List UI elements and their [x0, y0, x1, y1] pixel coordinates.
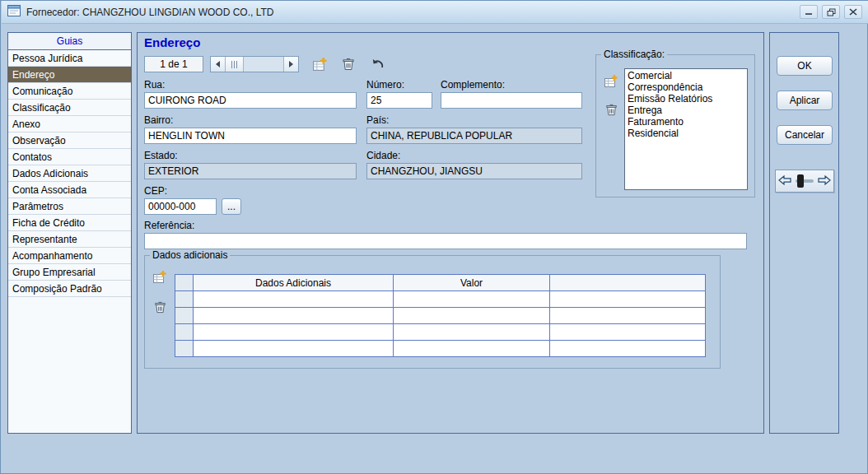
- classificacao-item-entrega[interactable]: Entrega: [625, 105, 747, 116]
- sidebar-header: Guias: [8, 33, 131, 50]
- right-arrow-icon: [289, 61, 293, 67]
- rua-input[interactable]: [144, 92, 357, 109]
- close-button[interactable]: [844, 5, 862, 19]
- record-position: 1 de 1: [144, 56, 203, 72]
- sidebar-item-ficha-de-credito[interactable]: Ficha de Crédito: [8, 215, 131, 231]
- cep-browse-button[interactable]: ...: [222, 198, 241, 215]
- table-header-row: Dados Adicionais Valor: [175, 275, 706, 291]
- cep-input[interactable]: [144, 198, 217, 215]
- table-row[interactable]: [175, 324, 706, 341]
- sidebar-item-parametros[interactable]: Parâmetros: [8, 198, 131, 215]
- undo-icon[interactable]: [369, 55, 387, 73]
- row-selector-cell[interactable]: [175, 341, 194, 357]
- dados-adicionais-cell[interactable]: [194, 308, 394, 324]
- complemento-input[interactable]: [441, 92, 582, 109]
- record-slider-track[interactable]: [796, 179, 814, 183]
- numero-input[interactable]: [366, 92, 432, 109]
- minimize-button[interactable]: [800, 5, 818, 19]
- classificacao-item-comercial[interactable]: Comercial: [625, 70, 747, 81]
- valor-cell[interactable]: [394, 308, 550, 324]
- titlebar[interactable]: Fornecedor: CHANGZHOU LINGDIAN WOOD CO.,…: [2, 1, 868, 24]
- dados-adicionais-cell[interactable]: [194, 291, 394, 308]
- add-dados-adicionais-icon[interactable]: [152, 269, 168, 286]
- referencia-input[interactable]: [144, 233, 747, 249]
- column-header-valor: Valor: [394, 275, 550, 291]
- restore-icon: [827, 8, 836, 16]
- sidebar-item-observacao[interactable]: Observação: [8, 132, 131, 149]
- sidebar-item-pessoa-juridica[interactable]: Pessoa Jurídica: [8, 50, 131, 67]
- record-slider-control[interactable]: [775, 170, 834, 193]
- classificacao-item-correspondencia[interactable]: Correspondência: [625, 81, 747, 93]
- delete-classificacao-icon[interactable]: [603, 101, 619, 118]
- classificacao-group: Classificação: ComercialCorrespondênciaE…: [595, 54, 755, 198]
- page-title: Endereço: [144, 35, 200, 49]
- record-scrollbar[interactable]: [210, 56, 299, 72]
- dados-adicionais-group: Dados adicionais Dados Adicionais Valor: [144, 255, 721, 369]
- valor-cell[interactable]: [394, 291, 550, 308]
- sidebar: Guias Pessoa JurídicaEndereçoComunicação…: [7, 32, 132, 434]
- valor-cell[interactable]: [394, 324, 550, 341]
- extra-cell[interactable]: [550, 341, 706, 357]
- extra-cell[interactable]: [550, 291, 706, 308]
- valor-cell[interactable]: [394, 341, 550, 357]
- first-record-arrow-icon[interactable]: [778, 174, 791, 188]
- estado-input: [144, 163, 357, 179]
- add-classificacao-icon[interactable]: [603, 73, 619, 90]
- sidebar-item-conta-associada[interactable]: Conta Associada: [8, 182, 131, 198]
- sidebar-item-endereco[interactable]: Endereço: [8, 67, 131, 83]
- restore-button[interactable]: [822, 5, 840, 19]
- cancelar-button[interactable]: Cancelar: [777, 125, 833, 145]
- sidebar-item-classificacao[interactable]: Classificação: [8, 100, 131, 116]
- sidebar-item-acompanhamento[interactable]: Acompanhamento: [8, 248, 131, 264]
- sidebar-item-composicao-padrao[interactable]: Composição Padrão: [8, 281, 131, 297]
- main-panel: Endereço 1 de 1 Rua: Número: Complemento…: [137, 32, 764, 434]
- delete-record-icon[interactable]: [339, 55, 357, 73]
- classificacao-item-residencial[interactable]: Residencial: [625, 128, 747, 139]
- row-selector-cell[interactable]: [175, 291, 194, 308]
- extra-cell[interactable]: [550, 324, 706, 341]
- grip-lines: [231, 61, 232, 68]
- prev-record-button[interactable]: [211, 57, 226, 72]
- classificacao-item-faturamento[interactable]: Faturamento: [625, 116, 747, 128]
- bairro-label: Bairro:: [144, 114, 173, 126]
- cidade-label: Cidade:: [366, 150, 400, 161]
- cidade-input: [366, 163, 582, 179]
- dados-adicionais-cell[interactable]: [194, 341, 394, 357]
- dados-adicionais-table: Dados Adicionais Valor: [175, 274, 706, 357]
- classificacao-listbox[interactable]: ComercialCorrespondênciaEmissão Relatóri…: [624, 68, 748, 190]
- rua-label: Rua:: [144, 79, 165, 91]
- sidebar-item-grupo-empresarial[interactable]: Grupo Empresarial: [8, 264, 131, 281]
- scrollbar-track[interactable]: [244, 57, 283, 72]
- dados-adicionais-table-body: [175, 291, 706, 357]
- last-record-arrow-icon[interactable]: [818, 174, 831, 188]
- ok-button[interactable]: OK: [777, 56, 833, 76]
- bairro-input[interactable]: [144, 128, 357, 144]
- sidebar-item-dados-adicionais[interactable]: Dados Adicionais: [8, 165, 131, 182]
- cep-label: CEP:: [144, 185, 167, 197]
- table-row[interactable]: [175, 341, 706, 357]
- window-title: Fornecedor: CHANGZHOU LINGDIAN WOOD CO.,…: [26, 7, 274, 18]
- window-controls: [800, 5, 862, 19]
- next-record-button[interactable]: [283, 57, 298, 72]
- record-slider-thumb[interactable]: [797, 174, 804, 188]
- aplicar-button[interactable]: Aplicar: [777, 91, 833, 110]
- row-selector-cell[interactable]: [175, 324, 194, 341]
- table-row[interactable]: [175, 308, 706, 324]
- sidebar-item-contatos[interactable]: Contatos: [8, 149, 131, 165]
- sidebar-item-anexo[interactable]: Anexo: [8, 116, 131, 132]
- sidebar-item-comunicacao[interactable]: Comunicação: [8, 83, 131, 100]
- fornecedor-window: Fornecedor: CHANGZHOU LINGDIAN WOOD CO.,…: [0, 0, 868, 474]
- classificacao-item-emissao-relatorios[interactable]: Emissão Relatórios: [625, 93, 747, 105]
- row-selector-cell[interactable]: [175, 308, 194, 324]
- table-row[interactable]: [175, 291, 706, 308]
- sidebar-item-representante[interactable]: Representante: [8, 231, 131, 248]
- dados-adicionais-cell[interactable]: [194, 324, 394, 341]
- scrollbar-thumb[interactable]: [226, 57, 244, 72]
- extra-cell[interactable]: [550, 308, 706, 324]
- dados-adicionais-label: Dados adicionais: [150, 249, 230, 261]
- delete-dados-adicionais-icon[interactable]: [152, 299, 168, 315]
- estado-label: Estado:: [144, 150, 178, 161]
- pais-label: País:: [366, 114, 389, 126]
- grip-lines: [236, 61, 237, 68]
- add-record-icon[interactable]: [310, 55, 329, 73]
